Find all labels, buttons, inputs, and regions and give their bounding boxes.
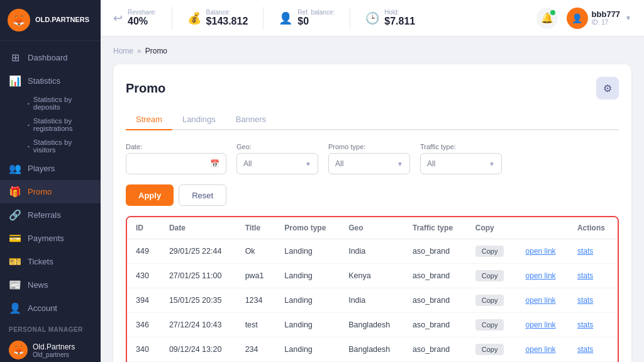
cell-open-link: open link (517, 264, 569, 288)
sidebar-item-payments[interactable]: 💳 Payments (0, 227, 101, 250)
filters-row: Date: 📅 Geo: All ▼ Promo type: (126, 143, 619, 174)
hold-label: Hold: (384, 9, 415, 16)
col-geo: Geo (340, 217, 404, 239)
cell-promo-type: Landing (275, 239, 340, 264)
geo-select[interactable]: All ▼ (236, 153, 318, 174)
breadcrumb: Home » Promo (113, 47, 631, 55)
hold-stat: 🕒 Hold: $7.811 (365, 9, 415, 27)
ref-balance-icon: 👤 (279, 11, 292, 25)
stats-link[interactable]: stats (577, 296, 593, 305)
open-link-button[interactable]: open link (526, 345, 556, 354)
sidebar-item-players[interactable]: 👥 Players (0, 157, 101, 180)
user-id: ID: 17 (592, 19, 621, 26)
open-link-button[interactable]: open link (526, 296, 556, 305)
sidebar-item-statistics-registrations[interactable]: Statistics by registrations (0, 114, 101, 135)
col-actions: Actions (569, 217, 618, 239)
table-row: 394 15/01/25 20:35 1234 Landing India as… (127, 288, 618, 313)
stats-link[interactable]: stats (577, 320, 593, 329)
logo-icon: 🦊 (8, 9, 30, 31)
sidebar-item-dashboard[interactable]: ⊞ Dashboard (0, 46, 101, 69)
cell-open-link: open link (517, 313, 569, 337)
geo-value: All (243, 159, 252, 168)
cell-promo-type: Landing (275, 288, 340, 313)
date-input[interactable]: 📅 (126, 153, 226, 174)
sidebar-item-referrals[interactable]: 🔗 Referrals (0, 203, 101, 227)
open-link-button[interactable]: open link (526, 271, 556, 280)
promo-table-container: ID Date Title Promo type Geo Traffic typ… (126, 216, 619, 362)
stats-link[interactable]: stats (577, 247, 593, 256)
promo-type-select[interactable]: All ▼ (328, 153, 410, 174)
divider-3 (350, 7, 350, 30)
cell-promo-type: Landing (275, 337, 340, 362)
promo-type-value: All (335, 159, 343, 168)
cell-copy: Copy (467, 288, 517, 313)
open-link-button[interactable]: open link (526, 320, 556, 329)
cell-id: 430 (127, 264, 160, 288)
date-filter-group: Date: 📅 (126, 143, 226, 174)
col-blank (517, 217, 569, 239)
copy-button[interactable]: Copy (475, 246, 504, 257)
chevron-down-icon: ▼ (489, 161, 495, 167)
sidebar-item-statistics-deposits[interactable]: Statistics by deposits (0, 93, 101, 114)
cell-open-link: open link (517, 239, 569, 264)
tab-banners[interactable]: Banners (226, 110, 276, 130)
copy-button[interactable]: Copy (475, 295, 504, 306)
user-avatar: 👤 (567, 8, 588, 29)
cell-id: 394 (127, 288, 160, 313)
cell-promo-type: Landing (275, 264, 340, 288)
sidebar-item-tickets[interactable]: 🎫 Tickets (0, 250, 101, 273)
balance-value: $143.812 (206, 16, 248, 27)
top-header: ↩ Revshare: 40% 💰 Balance: $143.812 👤 Re… (101, 0, 644, 37)
cell-date: 09/12/24 13:20 (160, 337, 236, 362)
breadcrumb-home[interactable]: Home (113, 47, 133, 55)
settings-button[interactable]: ⚙ (596, 77, 619, 99)
table-row: 346 27/12/24 10:43 test Landing Banglade… (127, 313, 618, 337)
header-right: 🔔 👤 bbb777 ID: 17 ▼ (536, 8, 631, 29)
cell-open-link: open link (517, 337, 569, 362)
sidebar-item-account[interactable]: 👤 Account (0, 297, 101, 320)
page-card: Promo ⚙ Stream Landings Banners Date: 📅 (113, 64, 631, 362)
sidebar-item-statistics[interactable]: 📊 Statistics (0, 69, 101, 93)
payments-icon: 💳 (9, 232, 21, 244)
tab-stream[interactable]: Stream (126, 110, 172, 130)
cell-promo-type: Landing (275, 313, 340, 337)
copy-button[interactable]: Copy (475, 270, 504, 281)
cell-geo: Bangladesh (340, 337, 404, 362)
cell-actions: stats (569, 337, 618, 362)
cell-actions: stats (569, 239, 618, 264)
account-icon: 👤 (9, 302, 21, 314)
stats-link[interactable]: stats (577, 345, 593, 354)
cell-copy: Copy (467, 313, 517, 337)
sidebar-item-statistics-visitors[interactable]: Statistics by visitors (0, 135, 101, 157)
statistics-icon: 📊 (9, 75, 21, 87)
cell-copy: Copy (467, 264, 517, 288)
chevron-down-icon: ▼ (625, 14, 631, 21)
col-title: Title (236, 217, 276, 239)
sidebar-item-promo[interactable]: 🎁 Promo (0, 180, 101, 203)
tab-landings[interactable]: Landings (172, 110, 226, 130)
traffic-type-select[interactable]: All ▼ (420, 153, 502, 174)
cell-date: 27/01/25 11:00 (160, 264, 236, 288)
copy-button[interactable]: Copy (475, 344, 504, 355)
breadcrumb-sep: » (137, 47, 142, 55)
sidebar-item-label: Referrals (28, 210, 61, 220)
cell-copy: Copy (467, 337, 517, 362)
sidebar-item-label: Statistics (28, 76, 60, 86)
cell-open-link: open link (517, 288, 569, 313)
logo[interactable]: 🦊 OLD.PARTNERS (0, 0, 101, 41)
manager-item[interactable]: 🦊 Old.Partners Old_partners (0, 336, 101, 362)
notification-button[interactable]: 🔔 (536, 8, 558, 29)
cell-traffic-type: aso_brand (404, 264, 467, 288)
stats-link[interactable]: stats (577, 271, 593, 280)
sidebar-item-news[interactable]: 📰 News (0, 273, 101, 297)
copy-button[interactable]: Copy (475, 319, 504, 331)
table-row: 340 09/12/24 13:20 234 Landing Banglades… (127, 337, 618, 362)
hold-icon: 🕒 (365, 11, 379, 25)
sidebar-item-label: Payments (28, 234, 64, 243)
open-link-button[interactable]: open link (526, 247, 556, 256)
reset-button[interactable]: Reset (179, 184, 226, 206)
promo-table: ID Date Title Promo type Geo Traffic typ… (127, 217, 618, 362)
apply-button[interactable]: Apply (126, 184, 174, 206)
manager-name: Old.Partners (33, 342, 75, 351)
user-menu-button[interactable]: 👤 bbb777 ID: 17 ▼ (567, 8, 631, 29)
